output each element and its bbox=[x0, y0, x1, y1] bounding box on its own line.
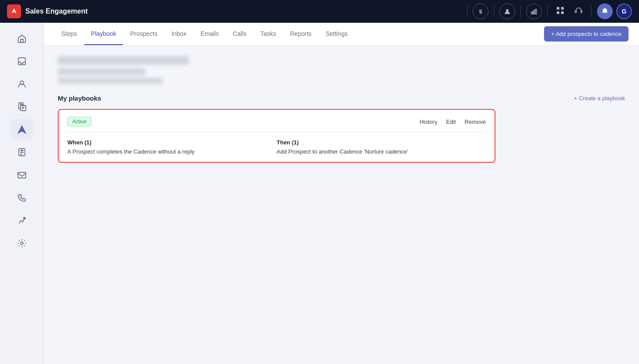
tab-settings[interactable]: Settings bbox=[319, 23, 355, 45]
divider-1 bbox=[467, 5, 467, 18]
svg-rect-17 bbox=[18, 172, 26, 178]
svg-rect-4 bbox=[535, 9, 537, 14]
user-icon-btn[interactable] bbox=[499, 4, 515, 19]
blurred-desc bbox=[58, 78, 163, 84]
divider-5 bbox=[591, 5, 592, 18]
svg-rect-6 bbox=[561, 7, 564, 10]
svg-marker-15 bbox=[18, 126, 25, 133]
playbook-content: When (1) A Prospect completes the Cadenc… bbox=[67, 139, 486, 155]
tab-tasks[interactable]: Tasks bbox=[253, 23, 283, 45]
headset-icon-btn[interactable] bbox=[571, 5, 586, 18]
svg-rect-10 bbox=[581, 10, 582, 13]
nav-right: $ bbox=[465, 4, 632, 19]
svg-rect-9 bbox=[575, 10, 576, 13]
tab-calls[interactable]: Calls bbox=[226, 23, 253, 45]
sidebar-item-calls[interactable] bbox=[11, 187, 33, 208]
tab-steps[interactable]: Steps bbox=[54, 23, 84, 45]
playbook-actions: History Edit Remove bbox=[420, 119, 486, 125]
grid-icon-btn[interactable] bbox=[553, 5, 568, 18]
remove-action[interactable]: Remove bbox=[465, 119, 486, 125]
tab-emails[interactable]: Emails bbox=[193, 23, 226, 45]
blurred-subtitle bbox=[58, 68, 145, 75]
svg-rect-5 bbox=[557, 7, 559, 10]
playbooks-header: My playbooks + Create a playbook bbox=[58, 94, 625, 102]
content-area: Steps Playbook Prospects Inbox Emails Ca… bbox=[44, 23, 639, 364]
page-content: My playbooks + Create a playbook Active … bbox=[44, 46, 639, 364]
left-sidebar bbox=[0, 23, 44, 364]
user-avatar[interactable]: G bbox=[616, 4, 632, 19]
tab-prospects[interactable]: Prospects bbox=[123, 23, 164, 45]
sidebar-item-reports[interactable] bbox=[11, 210, 33, 231]
svg-marker-0 bbox=[11, 8, 17, 14]
tab-playbook[interactable]: Playbook bbox=[84, 23, 123, 45]
chart-icon-btn[interactable] bbox=[526, 4, 542, 19]
secondary-nav: Steps Playbook Prospects Inbox Emails Ca… bbox=[44, 23, 639, 46]
divider-4 bbox=[547, 5, 548, 18]
svg-rect-7 bbox=[557, 11, 559, 14]
then-col: Then (1) Add Prospect to another Cadence… bbox=[277, 139, 486, 155]
svg-rect-3 bbox=[534, 10, 535, 14]
bell-icon-btn[interactable] bbox=[597, 4, 613, 19]
sidebar-item-contacts[interactable] bbox=[11, 74, 33, 94]
sidebar-item-tasks[interactable] bbox=[11, 142, 33, 163]
add-prospects-button[interactable]: + Add prospects to cadence bbox=[544, 26, 628, 42]
sidebar-item-home[interactable] bbox=[11, 28, 33, 49]
edit-action[interactable]: Edit bbox=[446, 119, 456, 125]
create-playbook-link[interactable]: + Create a playbook bbox=[574, 95, 625, 102]
sidebar-item-cadences[interactable] bbox=[11, 119, 33, 140]
brand: Sales Engagement bbox=[7, 4, 88, 18]
svg-rect-2 bbox=[531, 12, 533, 14]
playbooks-title: My playbooks bbox=[58, 94, 101, 102]
when-col: When (1) A Prospect completes the Cadenc… bbox=[67, 139, 277, 155]
playbook-card-header: Active History Edit Remove bbox=[67, 117, 486, 132]
dollar-icon-btn[interactable]: $ bbox=[473, 4, 488, 19]
top-navbar: Sales Engagement $ bbox=[0, 0, 639, 23]
blurred-header bbox=[58, 56, 625, 84]
main-layout: Steps Playbook Prospects Inbox Emails Ca… bbox=[0, 23, 639, 364]
divider-2 bbox=[494, 5, 494, 18]
svg-point-19 bbox=[21, 242, 23, 245]
when-label: When (1) bbox=[67, 139, 277, 146]
sidebar-item-inbox[interactable] bbox=[11, 51, 33, 72]
svg-rect-8 bbox=[561, 11, 564, 14]
sidebar-item-settings[interactable] bbox=[11, 233, 33, 254]
nav-tabs: Steps Playbook Prospects Inbox Emails Ca… bbox=[54, 23, 544, 45]
then-value: Add Prospect to another Cadence 'Nurture… bbox=[277, 148, 486, 155]
brand-icon bbox=[7, 4, 21, 18]
active-badge: Active bbox=[67, 117, 91, 126]
then-label: Then (1) bbox=[277, 139, 486, 146]
tab-reports[interactable]: Reports bbox=[283, 23, 319, 45]
history-action[interactable]: History bbox=[420, 119, 437, 125]
divider-3 bbox=[520, 5, 521, 18]
svg-rect-14 bbox=[21, 105, 26, 111]
blurred-title bbox=[58, 56, 189, 65]
sidebar-item-documents[interactable] bbox=[11, 96, 33, 117]
brand-name: Sales Engagement bbox=[25, 7, 88, 15]
sidebar-item-emails[interactable] bbox=[11, 164, 33, 186]
playbook-card: Active History Edit Remove When (1) A Pr… bbox=[58, 109, 495, 163]
when-value: A Prospect completes the Cadence without… bbox=[67, 148, 277, 155]
tab-inbox[interactable]: Inbox bbox=[165, 23, 193, 45]
